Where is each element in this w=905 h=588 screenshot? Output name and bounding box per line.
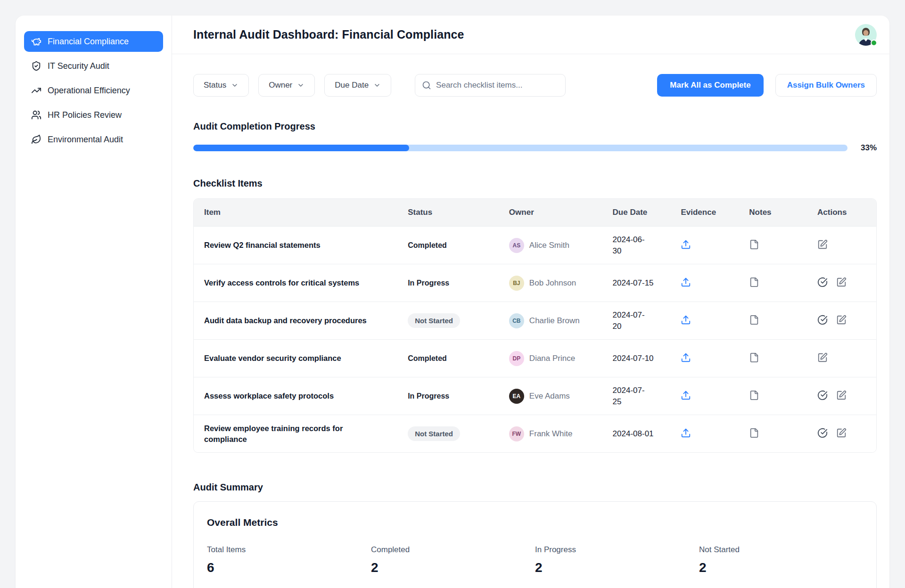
upload-icon (681, 239, 691, 250)
owner-filter-label: Owner (269, 81, 292, 90)
page-header: Internal Audit Dashboard: Financial Comp… (172, 16, 889, 54)
table-row: Verify access controls for critical syst… (194, 264, 876, 302)
column-header-actions: Actions (817, 199, 876, 226)
progress-fill (193, 145, 409, 151)
metrics-card-title: Overall Metrics (207, 517, 863, 528)
check-circle-icon (817, 428, 828, 438)
upload-evidence-button[interactable] (681, 352, 691, 363)
edit-icon (836, 315, 847, 325)
table-row: Review employee training records for com… (194, 415, 876, 452)
upload-icon (681, 315, 691, 325)
column-header-notes: Notes (749, 199, 817, 226)
metric-in-progress: In Progress 2 (535, 545, 699, 575)
assign-bulk-owners-button[interactable]: Assign Bulk Owners (775, 74, 877, 97)
owner-avatar: DP (509, 351, 524, 366)
sidebar-item-environmental-audit[interactable]: Environmental Audit (24, 129, 163, 150)
table-row: Assess workplace safety protocols In Pro… (194, 377, 876, 415)
overall-metrics-card: Overall Metrics Total Items 6 Completed … (193, 501, 877, 588)
upload-evidence-button[interactable] (681, 428, 691, 438)
due-date: 2024-07-10 (613, 354, 654, 363)
chevron-down-icon (297, 82, 304, 89)
sidebar-item-it-security-audit[interactable]: IT Security Audit (24, 56, 163, 76)
owner-name: Alice Smith (529, 241, 569, 250)
metric-label: Total Items (207, 545, 371, 555)
due-date: 2024-07-15 (613, 278, 654, 287)
sidebar-item-hr-policies-review[interactable]: HR Policies Review (24, 105, 163, 125)
edit-icon (836, 277, 847, 287)
owner-name: Charlie Brown (529, 316, 580, 326)
shield-check-icon (31, 61, 41, 71)
user-avatar[interactable] (855, 24, 877, 46)
file-icon (749, 277, 759, 287)
due-date: 2024-07-25 (613, 385, 650, 408)
mark-complete-button[interactable] (817, 390, 828, 400)
edit-button[interactable] (836, 277, 847, 287)
column-header-due-date: Due Date (613, 199, 681, 226)
edit-button[interactable] (836, 428, 847, 438)
sidebar-item-label: Operational Efficiency (48, 86, 130, 96)
progress-row: 33% (193, 143, 877, 153)
metric-total-items: Total Items 6 (207, 545, 371, 575)
due-date-filter-dropdown[interactable]: Due Date (324, 74, 391, 97)
chevron-down-icon (231, 82, 239, 89)
edit-icon (817, 239, 828, 250)
notes-button[interactable] (749, 277, 759, 287)
mark-complete-button[interactable] (817, 428, 828, 438)
owner-name: Bob Johnson (529, 278, 576, 288)
search-input[interactable] (436, 81, 559, 90)
due-date-filter-label: Due Date (335, 81, 369, 90)
item-title: Assess workplace safety protocols (204, 391, 334, 401)
metric-label: Completed (371, 545, 535, 555)
upload-evidence-button[interactable] (681, 315, 691, 325)
upload-evidence-button[interactable] (681, 390, 691, 400)
notes-button[interactable] (749, 315, 759, 325)
owner-filter-dropdown[interactable]: Owner (258, 74, 315, 97)
status-text: Completed (408, 354, 447, 362)
upload-icon (681, 428, 691, 438)
progress-section-heading: Audit Completion Progress (193, 121, 877, 132)
metric-value: 2 (535, 560, 699, 575)
edit-button[interactable] (836, 390, 847, 400)
column-header-evidence: Evidence (681, 199, 749, 226)
sidebar-item-label: Financial Compliance (48, 37, 129, 47)
status-badge: Not Started (408, 426, 460, 441)
edit-button[interactable] (836, 315, 847, 325)
edit-button[interactable] (817, 239, 828, 250)
owner-name: Diana Prince (529, 354, 575, 363)
owner-avatar: BJ (509, 276, 524, 291)
status-filter-dropdown[interactable]: Status (193, 74, 249, 97)
column-header-owner: Owner (509, 199, 613, 226)
metric-label: Not Started (699, 545, 863, 555)
mark-complete-button[interactable] (817, 315, 828, 325)
table-header-row: Item Status Owner Due Date Evidence Note… (194, 199, 876, 226)
notes-button[interactable] (749, 239, 759, 250)
sidebar: Financial Compliance IT Security Audit O… (16, 16, 172, 588)
notes-button[interactable] (749, 352, 759, 363)
sidebar-item-label: Environmental Audit (48, 135, 123, 145)
page-title: Internal Audit Dashboard: Financial Comp… (193, 28, 464, 41)
sidebar-item-operational-efficiency[interactable]: Operational Efficiency (24, 80, 163, 101)
status-filter-label: Status (204, 81, 226, 90)
notes-button[interactable] (749, 390, 759, 400)
sidebar-item-financial-compliance[interactable]: Financial Compliance (24, 31, 163, 52)
upload-evidence-button[interactable] (681, 277, 691, 287)
check-circle-icon (817, 277, 828, 287)
status-badge: Not Started (408, 313, 460, 328)
online-status-dot (871, 40, 877, 46)
upload-evidence-button[interactable] (681, 239, 691, 250)
owner-avatar: CB (509, 313, 524, 328)
metrics-grid: Total Items 6 Completed 2 In Progress 2 … (207, 545, 863, 575)
metric-value: 2 (699, 560, 863, 575)
upload-icon (681, 277, 691, 287)
piggy-bank-icon (31, 36, 41, 47)
edit-button[interactable] (817, 352, 828, 363)
check-circle-icon (817, 390, 828, 400)
mark-all-complete-button[interactable]: Mark All as Complete (657, 74, 763, 97)
table-row: Evaluate vendor security compliance Comp… (194, 339, 876, 377)
mark-complete-button[interactable] (817, 277, 828, 287)
chevron-down-icon (373, 82, 381, 89)
notes-button[interactable] (749, 428, 759, 438)
file-icon (749, 390, 759, 400)
check-circle-icon (817, 315, 828, 325)
item-title: Review employee training records for com… (204, 423, 374, 444)
